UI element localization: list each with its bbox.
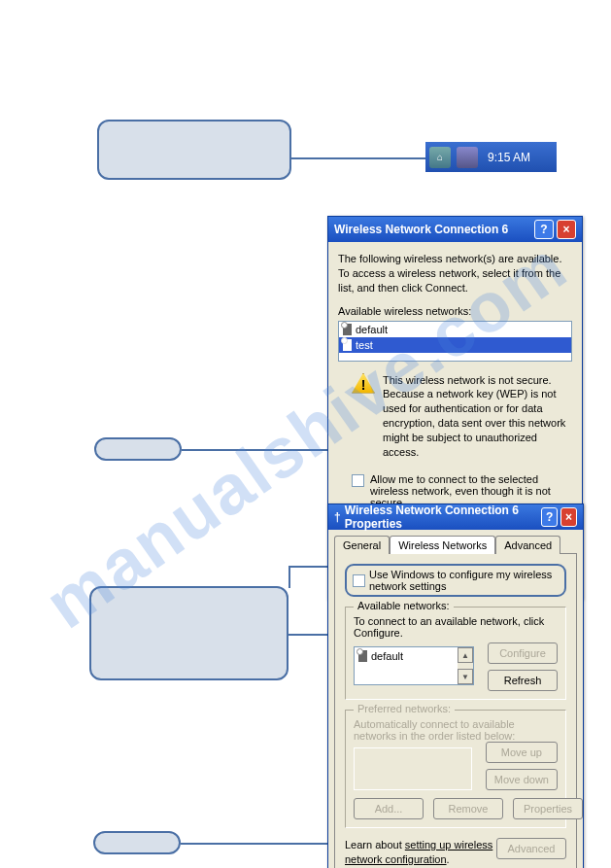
callout-box-3 [89, 586, 289, 680]
callout-box-4 [93, 831, 181, 854]
network-icon [343, 339, 352, 351]
dialog-title: Wireless Network Connection 6 Properties [345, 503, 539, 531]
advanced-button[interactable]: Advanced [496, 838, 566, 859]
close-button[interactable]: × [560, 507, 577, 527]
tab-panel: Use Windows to configure my wireless net… [334, 553, 577, 868]
list-item[interactable]: test [339, 337, 571, 353]
scrollbar[interactable]: ▲ ▼ [458, 647, 473, 684]
titlebar: Wireless Network Connection 6 ? × [328, 217, 582, 242]
tab-advanced[interactable]: Advanced [495, 536, 560, 554]
available-networks-list[interactable]: default test [338, 321, 572, 362]
warning-text: This wireless network is not secure. Bec… [383, 373, 572, 460]
callout-box-1 [97, 120, 291, 180]
preferred-list[interactable] [354, 747, 472, 790]
titlebar: † Wireless Network Connection 6 Properti… [328, 504, 583, 530]
tab-strip: General Wireless Networks Advanced [334, 536, 577, 554]
tab-general[interactable]: General [334, 536, 390, 554]
wireless-properties-dialog: † Wireless Network Connection 6 Properti… [327, 503, 584, 868]
wireless-icon: † [334, 510, 341, 524]
close-button[interactable]: × [557, 220, 576, 239]
scroll-down-icon[interactable]: ▼ [458, 669, 473, 684]
add-button[interactable]: Add... [354, 798, 424, 819]
list-item[interactable]: default [355, 647, 458, 684]
intro-text: The following wireless network(s) are av… [338, 252, 572, 295]
wz-check-highlight: Use Windows to configure my wireless net… [345, 564, 566, 597]
callout-connector-3a-v [289, 566, 290, 588]
preferred-legend: Preferred networks: [354, 703, 455, 714]
available-list[interactable]: default ▲ ▼ [354, 646, 474, 685]
list-item-label: test [356, 339, 373, 351]
learn-text: Learn about setting up wireless network … [345, 838, 496, 867]
preferred-note: Automatically connect to available netwo… [354, 718, 558, 742]
available-groupbox: Available networks: To connect to an ava… [345, 607, 566, 700]
warning-icon: ! [352, 373, 375, 394]
available-legend: Available networks: [354, 600, 454, 611]
preferred-groupbox: Preferred networks: Automatically connec… [345, 710, 566, 828]
callout-connector-2 [182, 449, 337, 451]
tab-wireless-networks[interactable]: Wireless Networks [390, 536, 495, 554]
network-icon [343, 324, 352, 335]
use-windows-checkbox[interactable] [353, 574, 365, 587]
properties-button[interactable]: Properties [513, 798, 583, 819]
list-item-label: default [371, 650, 403, 662]
monitor-tray-icon[interactable]: ⌂ [429, 147, 451, 168]
dialog-title: Wireless Network Connection 6 [334, 223, 508, 236]
help-button[interactable]: ? [534, 220, 554, 239]
moveup-button[interactable]: Move up [486, 742, 558, 763]
callout-connector-1 [291, 157, 437, 159]
available-note: To connect to an available network, clic… [354, 615, 558, 639]
help-button[interactable]: ? [541, 507, 558, 527]
network-icon [358, 650, 367, 662]
use-windows-label: Use Windows to configure my wireless net… [369, 569, 559, 592]
available-label: Available wireless networks: [338, 305, 572, 317]
configure-button[interactable]: Configure [488, 642, 558, 664]
callout-box-2 [94, 437, 182, 461]
app-tray-icon[interactable] [457, 147, 478, 168]
remove-button[interactable]: Remove [433, 798, 503, 819]
allow-checkbox[interactable] [352, 474, 364, 487]
list-item[interactable]: default [339, 322, 571, 337]
movedown-button[interactable]: Move down [486, 769, 558, 790]
system-tray: ⌂ 9:15 AM [425, 142, 557, 172]
scroll-up-icon[interactable]: ▲ [458, 647, 473, 663]
list-item-label: default [356, 324, 388, 335]
tray-clock: 9:15 AM [488, 151, 530, 164]
refresh-button[interactable]: Refresh [488, 670, 558, 691]
